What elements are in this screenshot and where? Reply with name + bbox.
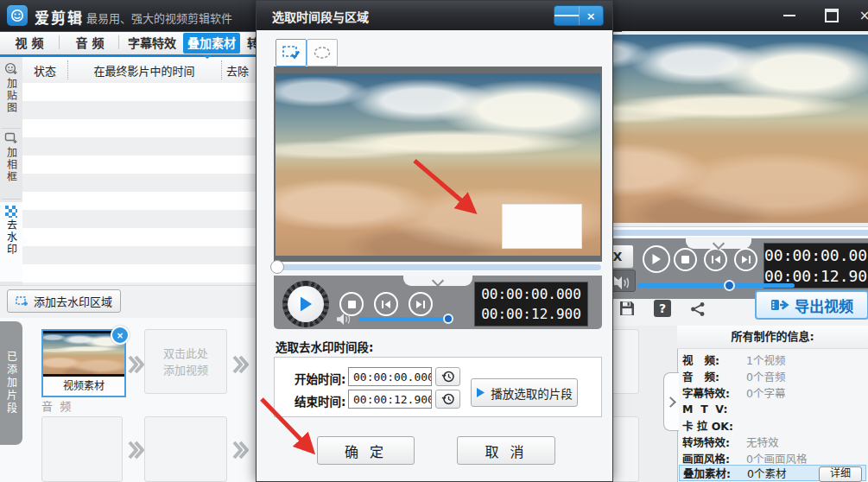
sidebar-item-label: 去水印 — [4, 219, 19, 256]
select-time-region-dialog: 选取时间段与区域 × 00:00:00.000 00:00:12.900 选取去… — [256, 0, 613, 482]
info-label: M T V: — [682, 403, 746, 415]
chevron-next-icon — [231, 437, 249, 463]
dialog-collapse-handle[interactable] — [403, 276, 472, 286]
tab-subtitle-effects[interactable]: 字幕特效 — [124, 33, 181, 54]
sidebar-item-add-sticker[interactable]: 加贴图 — [0, 62, 22, 114]
dialog-volume-handle[interactable] — [443, 314, 453, 324]
ok-button[interactable]: 确 定 — [317, 436, 415, 465]
info-value: 无特效 — [746, 434, 779, 450]
export-video-icon — [770, 298, 789, 312]
added-clips-label: 已添加片段 — [4, 351, 19, 415]
tab-overlay-material[interactable]: 叠加素材 — [183, 33, 240, 54]
start-time-picker-button[interactable] — [435, 367, 460, 386]
dialog-seek-handle[interactable] — [270, 260, 284, 274]
dialog-play-button[interactable] — [282, 281, 329, 327]
sidebar-item-label: 加贴图 — [4, 78, 19, 114]
column-header-status[interactable]: 状态 — [22, 62, 67, 79]
dialog-previous-frame-button[interactable] — [374, 292, 398, 316]
save-icon[interactable] — [618, 300, 636, 317]
info-value: 1个视频 — [746, 352, 785, 368]
detail-button[interactable]: 详细 — [819, 466, 862, 482]
sidebar-item-remove-watermark[interactable]: 去水印 — [0, 206, 22, 256]
speaker-icon[interactable] — [336, 313, 352, 326]
sidebar-separator — [2, 128, 21, 129]
share-icon[interactable] — [690, 301, 706, 317]
next-frame-button[interactable] — [734, 248, 757, 271]
player-collapse-handle[interactable] — [686, 238, 751, 249]
info-label: 字幕特效: — [682, 384, 746, 401]
help-button[interactable]: ? — [654, 300, 671, 317]
section-label: 选取去水印时间段: — [276, 338, 373, 355]
play-button[interactable] — [643, 245, 670, 273]
info-label: 视 频: — [682, 352, 746, 368]
info-row-transitions: 转场特效:无特效 — [682, 434, 866, 450]
dialog-seek-bar[interactable] — [274, 263, 602, 271]
tab-video[interactable]: 视 频 — [5, 33, 54, 54]
info-panel-title: 所有制作的信息: — [677, 326, 868, 349]
chevron-right-icon — [665, 396, 676, 408]
question-mark-icon: ? — [659, 301, 666, 315]
close-button[interactable]: × — [850, 0, 868, 31]
tab-audio[interactable]: 音 频 — [66, 33, 114, 54]
volume-slider[interactable] — [637, 283, 795, 288]
next-frame-icon — [741, 255, 751, 264]
clip-table-rows[interactable] — [22, 83, 256, 285]
end-time-picker-button[interactable] — [435, 390, 460, 409]
empty-video-slot[interactable]: 双击此处 添加视频 — [144, 329, 227, 394]
dialog-volume-slider[interactable] — [358, 317, 452, 321]
volume-slider-handle[interactable] — [724, 280, 735, 291]
dialog-close-button[interactable]: × — [580, 6, 604, 25]
watermark-checker-icon — [5, 206, 17, 218]
dialog-title: 选取时间段与区域 — [272, 8, 369, 25]
dashed-region-plus-icon — [16, 296, 29, 307]
column-header-time-in-film[interactable]: 在最终影片中的时间 — [67, 62, 221, 79]
sticker-smiley-icon — [4, 62, 18, 76]
dialog-timecode-display: 00:00:00.000 00:00:12.900 — [474, 282, 588, 327]
empty-audio-slot[interactable] — [41, 416, 123, 482]
play-icon — [298, 295, 314, 313]
app-logo-icon — [7, 5, 28, 26]
dialog-next-frame-button[interactable] — [409, 292, 433, 316]
maximize-button[interactable] — [817, 0, 846, 31]
play-selection-button[interactable]: 播放选取的片段 — [471, 378, 578, 407]
dialog-minimize-button[interactable] — [554, 6, 579, 25]
panel-collapse-tab[interactable] — [663, 372, 679, 431]
remove-clip-button[interactable]: × — [111, 326, 130, 345]
video-clip-caption: 视频素材 — [43, 377, 124, 396]
minimize-icon — [783, 15, 795, 16]
chevron-down-icon — [432, 275, 444, 287]
add-region-label: 添加去水印区域 — [34, 293, 112, 309]
start-time-label: 开始时间: — [295, 370, 345, 387]
cancel-button[interactable]: 取 消 — [457, 436, 555, 465]
empty-audio-slot[interactable] — [144, 416, 227, 482]
info-label: 转场特效: — [682, 434, 746, 450]
info-label: 音 频: — [682, 368, 746, 384]
added-clips-tab[interactable]: 已添加片段 — [0, 321, 22, 445]
active-tab-notch — [202, 54, 212, 59]
info-label: 叠加素材: — [683, 465, 747, 481]
sidebar-separator — [2, 199, 21, 200]
info-row-subtitles: 字幕特效:0个字幕 — [682, 384, 866, 401]
play-face — [288, 286, 324, 322]
clock-history-icon — [441, 392, 455, 406]
close-icon: × — [117, 331, 124, 340]
start-time-input[interactable] — [348, 367, 432, 386]
maximize-icon — [825, 9, 839, 22]
stop-button[interactable] — [674, 248, 697, 271]
previous-frame-button[interactable] — [704, 248, 727, 271]
info-value: 0个音频 — [746, 368, 785, 384]
add-watermark-region-button[interactable]: 添加去水印区域 — [7, 289, 121, 313]
end-time-input[interactable] — [348, 390, 432, 409]
watermark-selection-box[interactable] — [502, 204, 582, 249]
ellipse-select-tool[interactable] — [307, 39, 338, 67]
current-time: 00:00:00.000 — [475, 284, 587, 304]
ellipse-select-icon — [313, 46, 332, 60]
info-row-overlays: 叠加素材: 0个素材 详细 — [679, 465, 866, 481]
rect-select-tool[interactable] — [276, 39, 307, 67]
previous-frame-icon — [711, 255, 721, 264]
minimize-button[interactable] — [775, 0, 804, 31]
export-video-button[interactable]: 导出视频 — [755, 290, 868, 320]
play-icon — [476, 387, 485, 398]
sidebar-item-add-frame[interactable]: 加相框 — [0, 131, 22, 183]
speaker-icon[interactable] — [613, 276, 630, 290]
